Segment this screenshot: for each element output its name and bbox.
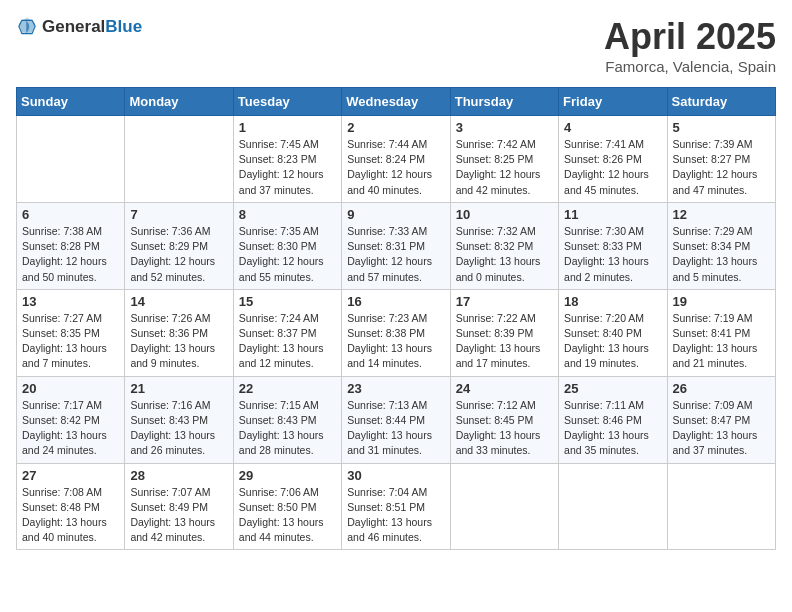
- calendar-week-row: 27Sunrise: 7:08 AMSunset: 8:48 PMDayligh…: [17, 463, 776, 550]
- day-number: 30: [347, 468, 444, 483]
- day-number: 13: [22, 294, 119, 309]
- day-number: 27: [22, 468, 119, 483]
- day-number: 1: [239, 120, 336, 135]
- day-number: 16: [347, 294, 444, 309]
- weekday-header-saturday: Saturday: [667, 88, 775, 116]
- calendar-cell: 22Sunrise: 7:15 AMSunset: 8:43 PMDayligh…: [233, 376, 341, 463]
- day-number: 29: [239, 468, 336, 483]
- location-subtitle: Famorca, Valencia, Spain: [604, 58, 776, 75]
- calendar-cell: 16Sunrise: 7:23 AMSunset: 8:38 PMDayligh…: [342, 289, 450, 376]
- day-number: 17: [456, 294, 553, 309]
- day-number: 2: [347, 120, 444, 135]
- calendar-cell: 8Sunrise: 7:35 AMSunset: 8:30 PMDaylight…: [233, 202, 341, 289]
- day-info: Sunrise: 7:20 AMSunset: 8:40 PMDaylight:…: [564, 311, 661, 372]
- calendar-cell: 12Sunrise: 7:29 AMSunset: 8:34 PMDayligh…: [667, 202, 775, 289]
- day-number: 21: [130, 381, 227, 396]
- calendar-week-row: 20Sunrise: 7:17 AMSunset: 8:42 PMDayligh…: [17, 376, 776, 463]
- weekday-header-sunday: Sunday: [17, 88, 125, 116]
- day-info: Sunrise: 7:16 AMSunset: 8:43 PMDaylight:…: [130, 398, 227, 459]
- calendar-week-row: 6Sunrise: 7:38 AMSunset: 8:28 PMDaylight…: [17, 202, 776, 289]
- calendar-cell: 23Sunrise: 7:13 AMSunset: 8:44 PMDayligh…: [342, 376, 450, 463]
- calendar-cell: 1Sunrise: 7:45 AMSunset: 8:23 PMDaylight…: [233, 116, 341, 203]
- day-number: 7: [130, 207, 227, 222]
- day-number: 26: [673, 381, 770, 396]
- calendar-cell: 17Sunrise: 7:22 AMSunset: 8:39 PMDayligh…: [450, 289, 558, 376]
- day-number: 5: [673, 120, 770, 135]
- day-info: Sunrise: 7:32 AMSunset: 8:32 PMDaylight:…: [456, 224, 553, 285]
- day-info: Sunrise: 7:29 AMSunset: 8:34 PMDaylight:…: [673, 224, 770, 285]
- calendar-cell: 20Sunrise: 7:17 AMSunset: 8:42 PMDayligh…: [17, 376, 125, 463]
- day-info: Sunrise: 7:08 AMSunset: 8:48 PMDaylight:…: [22, 485, 119, 546]
- day-number: 18: [564, 294, 661, 309]
- logo-general: General: [42, 17, 105, 36]
- day-info: Sunrise: 7:39 AMSunset: 8:27 PMDaylight:…: [673, 137, 770, 198]
- calendar-cell: 25Sunrise: 7:11 AMSunset: 8:46 PMDayligh…: [559, 376, 667, 463]
- calendar-cell: [559, 463, 667, 550]
- day-number: 25: [564, 381, 661, 396]
- calendar-cell: 3Sunrise: 7:42 AMSunset: 8:25 PMDaylight…: [450, 116, 558, 203]
- weekday-header-friday: Friday: [559, 88, 667, 116]
- day-info: Sunrise: 7:04 AMSunset: 8:51 PMDaylight:…: [347, 485, 444, 546]
- calendar-cell: 29Sunrise: 7:06 AMSunset: 8:50 PMDayligh…: [233, 463, 341, 550]
- weekday-header-monday: Monday: [125, 88, 233, 116]
- calendar-cell: [450, 463, 558, 550]
- calendar-table: SundayMondayTuesdayWednesdayThursdayFrid…: [16, 87, 776, 550]
- calendar-cell: 6Sunrise: 7:38 AMSunset: 8:28 PMDaylight…: [17, 202, 125, 289]
- calendar-cell: 26Sunrise: 7:09 AMSunset: 8:47 PMDayligh…: [667, 376, 775, 463]
- day-info: Sunrise: 7:45 AMSunset: 8:23 PMDaylight:…: [239, 137, 336, 198]
- day-info: Sunrise: 7:22 AMSunset: 8:39 PMDaylight:…: [456, 311, 553, 372]
- day-number: 3: [456, 120, 553, 135]
- calendar-cell: 2Sunrise: 7:44 AMSunset: 8:24 PMDaylight…: [342, 116, 450, 203]
- day-number: 28: [130, 468, 227, 483]
- weekday-header-thursday: Thursday: [450, 88, 558, 116]
- calendar-cell: 28Sunrise: 7:07 AMSunset: 8:49 PMDayligh…: [125, 463, 233, 550]
- day-info: Sunrise: 7:09 AMSunset: 8:47 PMDaylight:…: [673, 398, 770, 459]
- day-number: 8: [239, 207, 336, 222]
- day-info: Sunrise: 7:13 AMSunset: 8:44 PMDaylight:…: [347, 398, 444, 459]
- day-info: Sunrise: 7:17 AMSunset: 8:42 PMDaylight:…: [22, 398, 119, 459]
- day-number: 12: [673, 207, 770, 222]
- calendar-cell: 18Sunrise: 7:20 AMSunset: 8:40 PMDayligh…: [559, 289, 667, 376]
- title-area: April 2025 Famorca, Valencia, Spain: [604, 16, 776, 75]
- calendar-cell: 4Sunrise: 7:41 AMSunset: 8:26 PMDaylight…: [559, 116, 667, 203]
- calendar-cell: 9Sunrise: 7:33 AMSunset: 8:31 PMDaylight…: [342, 202, 450, 289]
- logo-blue: Blue: [105, 17, 142, 36]
- weekday-header-row: SundayMondayTuesdayWednesdayThursdayFrid…: [17, 88, 776, 116]
- day-info: Sunrise: 7:24 AMSunset: 8:37 PMDaylight:…: [239, 311, 336, 372]
- calendar-cell: 13Sunrise: 7:27 AMSunset: 8:35 PMDayligh…: [17, 289, 125, 376]
- day-number: 23: [347, 381, 444, 396]
- day-number: 4: [564, 120, 661, 135]
- day-info: Sunrise: 7:12 AMSunset: 8:45 PMDaylight:…: [456, 398, 553, 459]
- calendar-cell: 19Sunrise: 7:19 AMSunset: 8:41 PMDayligh…: [667, 289, 775, 376]
- day-info: Sunrise: 7:26 AMSunset: 8:36 PMDaylight:…: [130, 311, 227, 372]
- calendar-cell: [125, 116, 233, 203]
- day-info: Sunrise: 7:35 AMSunset: 8:30 PMDaylight:…: [239, 224, 336, 285]
- calendar-cell: 24Sunrise: 7:12 AMSunset: 8:45 PMDayligh…: [450, 376, 558, 463]
- day-info: Sunrise: 7:36 AMSunset: 8:29 PMDaylight:…: [130, 224, 227, 285]
- calendar-week-row: 1Sunrise: 7:45 AMSunset: 8:23 PMDaylight…: [17, 116, 776, 203]
- calendar-cell: 5Sunrise: 7:39 AMSunset: 8:27 PMDaylight…: [667, 116, 775, 203]
- month-year-title: April 2025: [604, 16, 776, 58]
- calendar-cell: 30Sunrise: 7:04 AMSunset: 8:51 PMDayligh…: [342, 463, 450, 550]
- day-number: 22: [239, 381, 336, 396]
- logo: GeneralBlue: [16, 16, 142, 38]
- day-number: 14: [130, 294, 227, 309]
- calendar-cell: [17, 116, 125, 203]
- weekday-header-wednesday: Wednesday: [342, 88, 450, 116]
- calendar-cell: 27Sunrise: 7:08 AMSunset: 8:48 PMDayligh…: [17, 463, 125, 550]
- calendar-cell: 21Sunrise: 7:16 AMSunset: 8:43 PMDayligh…: [125, 376, 233, 463]
- calendar-cell: 15Sunrise: 7:24 AMSunset: 8:37 PMDayligh…: [233, 289, 341, 376]
- day-number: 15: [239, 294, 336, 309]
- day-number: 19: [673, 294, 770, 309]
- calendar-cell: 7Sunrise: 7:36 AMSunset: 8:29 PMDaylight…: [125, 202, 233, 289]
- calendar-week-row: 13Sunrise: 7:27 AMSunset: 8:35 PMDayligh…: [17, 289, 776, 376]
- day-info: Sunrise: 7:27 AMSunset: 8:35 PMDaylight:…: [22, 311, 119, 372]
- day-number: 6: [22, 207, 119, 222]
- weekday-header-tuesday: Tuesday: [233, 88, 341, 116]
- day-number: 24: [456, 381, 553, 396]
- day-info: Sunrise: 7:38 AMSunset: 8:28 PMDaylight:…: [22, 224, 119, 285]
- day-info: Sunrise: 7:33 AMSunset: 8:31 PMDaylight:…: [347, 224, 444, 285]
- day-number: 10: [456, 207, 553, 222]
- day-info: Sunrise: 7:30 AMSunset: 8:33 PMDaylight:…: [564, 224, 661, 285]
- day-info: Sunrise: 7:15 AMSunset: 8:43 PMDaylight:…: [239, 398, 336, 459]
